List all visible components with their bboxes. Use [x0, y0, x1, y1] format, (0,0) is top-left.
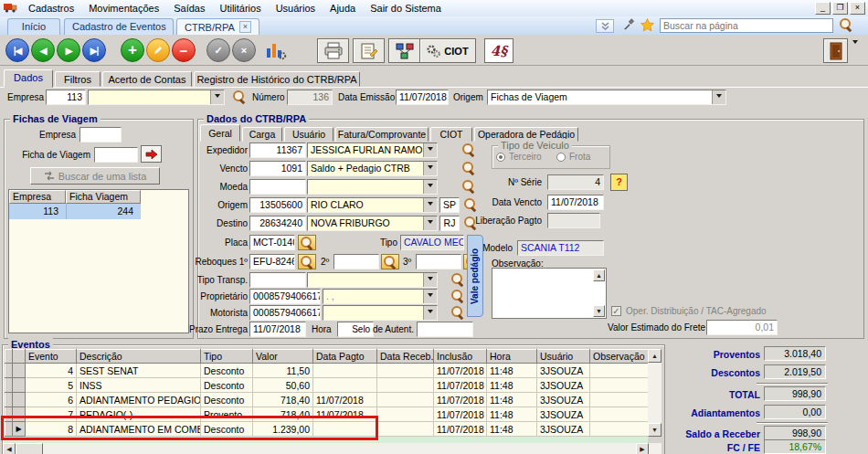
hscroll-thumb[interactable]	[16, 443, 43, 454]
delete-button[interactable]: −	[172, 38, 196, 62]
ficha-de-viagem-field[interactable]	[94, 147, 138, 163]
tab-usuario[interactable]: Usuário	[284, 127, 333, 142]
destino-combo-arrow-icon[interactable]	[423, 216, 437, 230]
tab-ctrb-rpa[interactable]: CTRB/RPA ×	[176, 18, 259, 35]
motorista-code-field[interactable]: 00085794066172	[249, 305, 321, 321]
origem-search-icon[interactable]	[463, 197, 478, 212]
empresa-name-combo[interactable]	[88, 90, 225, 105]
eventos-row-4[interactable]: 4SEST SENAT Desconto11,50 11/07/201811:4…	[5, 364, 649, 378]
fichas-selected-row[interactable]: 113 244	[9, 204, 141, 219]
tab-close-icon[interactable]: ×	[239, 21, 251, 33]
data-emissao-field[interactable]: 11/07/2018	[396, 90, 449, 105]
eventos-row-6[interactable]: 6ADIANTAMENTO PEDAGIO(+) Desconto718,40 …	[5, 393, 649, 407]
col-data-receb[interactable]: Data Receb.	[377, 350, 434, 364]
expedidor-combo[interactable]: JESSICA FURLAN RAMOS DE SOUZA	[307, 143, 438, 158]
col-tipo[interactable]: Tipo	[201, 350, 253, 364]
reboque2-field[interactable]	[333, 254, 379, 269]
fichas-col-ficha-viagem[interactable]: Ficha Viagem	[66, 190, 141, 204]
motorista-search-icon[interactable]	[450, 305, 465, 320]
menu-movimentacoes[interactable]: Movimentações	[81, 2, 166, 15]
observacao-textarea[interactable]: ▲ ▼	[492, 268, 607, 319]
col-valor[interactable]: Valor	[253, 350, 313, 364]
nav-prev-button[interactable]: ◀	[31, 38, 55, 62]
motorista-combo[interactable]	[323, 305, 438, 321]
tipo-transp-search-icon[interactable]	[450, 272, 465, 287]
proprietario-combo-arrow-icon[interactable]	[423, 290, 437, 303]
expedidor-code-field[interactable]: 11367	[249, 143, 306, 158]
col-usuario[interactable]: Usuário	[537, 350, 590, 364]
empresa-combo-arrow-icon[interactable]	[210, 90, 224, 104]
moeda-combo[interactable]	[307, 179, 438, 195]
tab-cadastro-de-eventos[interactable]: Cadastro de Eventos	[64, 18, 174, 35]
col-hora[interactable]: Hora	[487, 350, 537, 364]
tipo-transp-code-field[interactable]	[249, 272, 306, 288]
chart-button[interactable]	[265, 40, 287, 62]
vencto-combo-arrow-icon[interactable]	[423, 162, 437, 175]
menu-usuarios[interactable]: Usuários	[269, 2, 323, 15]
nav-first-button[interactable]: |◀	[5, 38, 29, 62]
menu-ajuda[interactable]: Ajuda	[323, 2, 363, 15]
diagram-button[interactable]	[388, 38, 420, 63]
menu-utilitarios[interactable]: Utilitários	[212, 2, 268, 15]
reboque3-field[interactable]	[416, 254, 461, 269]
destino-combo[interactable]: NOVA FRIBURGO	[307, 216, 438, 231]
prazo-entrega-field[interactable]: 11/07/2018	[249, 322, 306, 337]
origem-combo-arrow-icon[interactable]	[423, 198, 437, 212]
pin-icon[interactable]	[622, 18, 636, 34]
eventos-hscrollbar[interactable]: ◀ ▶	[3, 443, 662, 454]
origem-combo-arrow-icon[interactable]	[712, 90, 725, 104]
scroll-left-icon[interactable]: ◀	[3, 443, 16, 454]
vencto-code-field[interactable]: 1091	[249, 161, 306, 176]
expedidor-search-icon[interactable]	[461, 143, 476, 157]
col-descricao[interactable]: Descrição	[77, 350, 201, 364]
tab-inicio[interactable]: Início	[7, 18, 60, 35]
tab-filtros[interactable]: Filtros	[55, 71, 101, 87]
row-selector[interactable]	[5, 364, 13, 378]
fichas-grid[interactable]: Empresa Ficha Viagem 113 244	[8, 189, 189, 333]
destino-code-field[interactable]: 28634240	[249, 216, 306, 231]
vencto-combo[interactable]: Saldo + Pedagio CTRB	[307, 161, 438, 176]
menu-sair-do-sistema[interactable]: Sair do Sistema	[363, 2, 449, 15]
buscar-de-uma-lista-button[interactable]: Buscar de uma lista	[30, 167, 160, 185]
eventos-vscrollbar[interactable]: ▲ ▼	[648, 349, 662, 437]
row-marker[interactable]	[13, 393, 26, 407]
tab-carga[interactable]: Carga	[242, 127, 282, 142]
add-button[interactable]: +	[121, 38, 144, 62]
row-selector[interactable]	[5, 393, 13, 407]
data-vencto-field[interactable]: 11/07/2018	[547, 195, 604, 210]
close-button[interactable]: ×	[850, 2, 865, 15]
ciot-button[interactable]: CIOT	[419, 38, 476, 63]
proprietario-combo[interactable]: . ,	[323, 289, 438, 304]
exit-button[interactable]	[823, 38, 848, 63]
toolbar-overflow-arrow-icon[interactable]	[852, 44, 858, 55]
row-selector[interactable]	[5, 378, 13, 393]
tab-vale-pedagio[interactable]: Vale pedágio	[467, 235, 483, 317]
origem-uf-field[interactable]: SP	[439, 197, 460, 213]
frota-radio[interactable]	[556, 153, 566, 162]
proprietario-search-icon[interactable]	[450, 289, 465, 303]
col-data-pagto[interactable]: Data Pagto	[313, 350, 377, 364]
empresa-search-icon[interactable]	[232, 90, 247, 104]
favorites-star-icon[interactable]	[640, 18, 654, 34]
placa-search-button[interactable]	[298, 235, 316, 250]
scroll-down-icon[interactable]: ▼	[648, 423, 662, 437]
tab-registro-historico[interactable]: Registro de Histórico do CTRB/RPA	[194, 71, 360, 87]
observacao-scroll-up-icon[interactable]: ▲	[593, 269, 605, 281]
menu-saidas[interactable]: Saídas	[166, 2, 212, 15]
scroll-right-icon[interactable]: ▶	[636, 443, 649, 454]
tab-geral[interactable]: Geral	[200, 124, 240, 142]
tab-acerto-de-contas[interactable]: Acerto de Contas	[102, 71, 192, 87]
print-button[interactable]	[317, 38, 349, 63]
logo-button[interactable]: 4§	[484, 38, 513, 63]
motorista-combo-arrow-icon[interactable]	[423, 306, 437, 320]
moeda-combo-arrow-icon[interactable]	[423, 180, 437, 194]
row-marker[interactable]	[13, 378, 26, 393]
vencto-search-icon[interactable]	[461, 161, 476, 175]
placa-field[interactable]: MCT-0140	[249, 235, 295, 250]
tab-fatura-comprovante[interactable]: Fatura/Comprovante	[335, 127, 429, 142]
expedidor-combo-arrow-icon[interactable]	[423, 143, 437, 157]
row-marker[interactable]	[13, 364, 26, 378]
reboque2-search-button[interactable]	[381, 254, 399, 269]
search-icon[interactable]	[839, 17, 853, 32]
restore-button[interactable]: ❐	[832, 2, 848, 15]
